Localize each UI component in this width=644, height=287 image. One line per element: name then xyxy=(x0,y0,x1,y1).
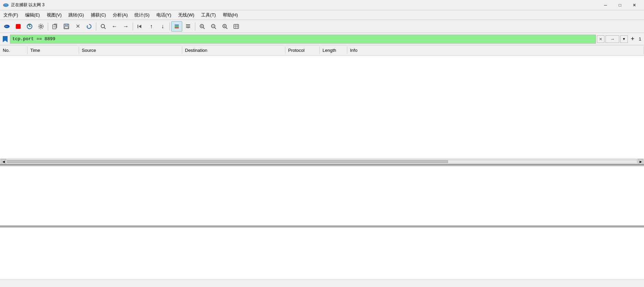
svg-point-6 xyxy=(39,24,43,29)
filter-clear-button[interactable]: ✕ xyxy=(597,35,604,43)
menu-item-go[interactable]: 跳转(G) xyxy=(65,11,87,20)
packet-detail-area[interactable] xyxy=(0,166,644,226)
svg-line-15 xyxy=(104,27,106,29)
autoscroll-button[interactable] xyxy=(183,21,194,32)
toolbar: ✕ ← → ↑ ↓ xyxy=(0,20,644,33)
svg-rect-11 xyxy=(65,24,68,26)
horizontal-scrollbar[interactable]: ◀ ▶ xyxy=(0,159,644,164)
hscroll-left-button[interactable]: ◀ xyxy=(1,159,6,164)
status-bar xyxy=(0,279,644,287)
menu-item-telephony[interactable]: 电话(Y) xyxy=(153,11,175,20)
menu-item-help[interactable]: 帮助(H) xyxy=(219,11,241,20)
menu-item-view[interactable]: 视图(V) xyxy=(43,11,65,20)
svg-point-3 xyxy=(6,26,6,26)
colorize-button[interactable] xyxy=(171,21,182,32)
svg-line-33 xyxy=(226,27,227,29)
hscroll-track xyxy=(7,160,637,163)
packet-rows[interactable] xyxy=(0,56,644,159)
capture-options-button[interactable] xyxy=(35,21,46,32)
app-icon xyxy=(3,2,9,8)
reload-file-button[interactable] xyxy=(84,21,95,32)
svg-marker-13 xyxy=(87,25,88,26)
interface-button[interactable] xyxy=(1,21,12,32)
menu-item-edit[interactable]: 编辑(E) xyxy=(22,11,43,20)
svg-rect-7 xyxy=(53,25,56,29)
toolbar-separator-2 xyxy=(96,22,96,31)
toolbar-separator-3 xyxy=(133,22,133,31)
svg-point-5 xyxy=(40,25,42,27)
restart-capture-button[interactable] xyxy=(24,21,35,32)
filter-apply-button[interactable]: → xyxy=(605,35,619,43)
toolbar-separator-4 xyxy=(170,22,170,31)
resize-columns-button[interactable] xyxy=(231,21,242,32)
open-file-button[interactable] xyxy=(50,21,61,32)
svg-rect-36 xyxy=(234,24,239,28)
svg-marker-17 xyxy=(139,25,141,28)
menu-bar: 文件(F)编辑(E)视图(V)跳转(G)捕获(C)分析(A)统计(S)电话(Y)… xyxy=(0,10,644,20)
svg-line-35 xyxy=(224,25,225,27)
column-headers: No. Time Source Destination Protocol Len… xyxy=(0,45,644,56)
svg-line-30 xyxy=(215,27,216,29)
col-header-protocol: Protocol xyxy=(285,46,320,54)
find-packet-button[interactable] xyxy=(98,21,109,32)
go-next-button[interactable]: ↓ xyxy=(157,21,168,32)
toolbar-separator-5 xyxy=(195,22,195,31)
col-header-info: Info xyxy=(347,46,644,54)
window-title: 正在捕获 以太网 3 xyxy=(11,2,641,8)
window-controls: ─ □ ✕ xyxy=(599,1,641,9)
svg-line-26 xyxy=(203,27,205,29)
menu-item-wireless[interactable]: 无线(W) xyxy=(175,11,198,20)
filter-add-button[interactable]: + xyxy=(629,35,636,43)
filter-count: 1 xyxy=(637,36,643,42)
go-first-button[interactable] xyxy=(134,21,145,32)
filter-bar: ✕ → ▼ + 1 xyxy=(0,33,644,45)
packet-list-wrapper: No. Time Source Destination Protocol Len… xyxy=(0,45,644,165)
filter-dropdown-button[interactable]: ▼ xyxy=(620,35,628,43)
filter-input[interactable] xyxy=(10,35,596,44)
menu-item-file[interactable]: 文件(F) xyxy=(0,11,22,20)
col-header-destination: Destination xyxy=(182,46,285,54)
zoom-in-button[interactable] xyxy=(197,21,208,32)
menu-item-tools[interactable]: 工具(T) xyxy=(198,11,219,20)
stop-capture-button[interactable] xyxy=(13,21,24,32)
col-header-no: No. xyxy=(0,46,28,54)
zoom-normal-button[interactable] xyxy=(219,21,230,32)
go-prev-button[interactable]: ↑ xyxy=(146,21,157,32)
filter-bookmark-icon[interactable] xyxy=(1,35,9,44)
col-header-length: Length xyxy=(320,46,347,54)
save-file-button[interactable] xyxy=(61,21,72,32)
zoom-out-button[interactable] xyxy=(208,21,219,32)
main-content: No. Time Source Destination Protocol Len… xyxy=(0,45,644,287)
menu-item-capture[interactable]: 捕获(C) xyxy=(87,11,109,20)
hscroll-right-button[interactable]: ▶ xyxy=(638,159,643,164)
title-bar: 正在捕获 以太网 3 ─ □ ✕ xyxy=(0,0,644,10)
maximize-button[interactable]: □ xyxy=(613,1,627,9)
menu-item-statistics[interactable]: 统计(S) xyxy=(131,11,153,20)
next-packet-button[interactable]: → xyxy=(120,21,131,32)
hscroll-thumb[interactable] xyxy=(7,160,448,163)
packet-bytes-area[interactable] xyxy=(0,228,644,287)
minimize-button[interactable]: ─ xyxy=(599,1,612,9)
close-button[interactable]: ✕ xyxy=(627,1,641,9)
col-header-time: Time xyxy=(28,46,79,54)
svg-point-14 xyxy=(101,24,105,28)
svg-rect-12 xyxy=(65,26,68,28)
col-header-source: Source xyxy=(79,46,182,54)
prev-packet-button[interactable]: ← xyxy=(109,21,120,32)
close-file-button[interactable]: ✕ xyxy=(72,21,83,32)
menu-item-analyze[interactable]: 分析(A) xyxy=(109,11,131,20)
toolbar-separator-1 xyxy=(48,22,48,31)
